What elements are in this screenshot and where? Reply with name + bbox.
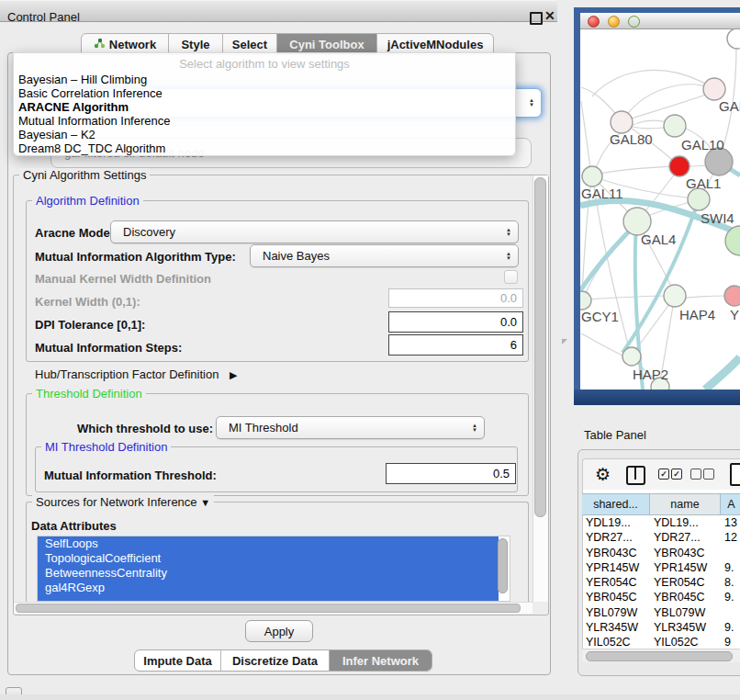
gear-icon[interactable]: ⚙	[595, 464, 611, 485]
unchecked-pair-icon-1[interactable]	[690, 469, 701, 480]
network-node[interactable]	[622, 347, 641, 366]
checked-pair-icon-2[interactable]: ✓	[671, 469, 682, 480]
dropdown-item[interactable]: Dream8 DC_TDC Algorithm	[14, 141, 515, 155]
attribute-list-item-partial[interactable]	[38, 595, 499, 602]
which-threshold-label: Which threshold to use:	[77, 422, 213, 435]
dpi-tolerance-label: DPI Tolerance [0,1]:	[35, 318, 145, 332]
data-attributes-label: Data Attributes	[31, 519, 117, 533]
network-node[interactable]	[664, 285, 686, 307]
network-node[interactable]	[669, 156, 690, 176]
mi-steps-value: 6	[510, 338, 517, 352]
dropdown-item[interactable]: ARACNE Algorithm	[14, 100, 515, 114]
unchecked-pair-icon-2[interactable]	[703, 469, 714, 480]
data-attributes-list[interactable]: SelfLoopsTopologicalCoefficientBetweenne…	[37, 536, 510, 602]
minimize-traffic-icon[interactable]	[608, 16, 620, 28]
pane-resize-handle[interactable]	[562, 339, 567, 344]
attribute-list-item[interactable]: SelfLoops	[38, 536, 499, 551]
table-cell: YBL079W	[586, 606, 637, 619]
table-panel-title: Table Panel	[584, 428, 646, 442]
mi-type-label: Mutual Information Algorithm Type:	[35, 250, 236, 264]
network-node[interactable]	[703, 78, 725, 100]
table-hscrollbar-thumb[interactable]	[586, 651, 733, 661]
attribute-list-item[interactable]: TopologicalCoefficient	[38, 551, 499, 566]
table-cell: YER054C	[654, 576, 705, 589]
tab-label: Network	[109, 38, 156, 51]
dropdown-item[interactable]: Mutual Information Inference	[14, 114, 515, 128]
tab-label: Select	[232, 38, 267, 51]
table-row[interactable]: YLR345WYLR345W9.	[583, 620, 739, 635]
table-row[interactable]: YBR045CYBR045C9.	[583, 590, 739, 604]
mi-type-combobox[interactable]: Naive Bayes ▲▼	[250, 244, 519, 267]
network-node[interactable]	[582, 166, 602, 186]
network-node[interactable]	[611, 111, 633, 133]
network-node[interactable]	[688, 188, 710, 210]
attribute-list-item[interactable]: BetweennessCentrality	[38, 566, 499, 581]
mi-steps-input[interactable]: 6	[388, 334, 523, 356]
mi-threshold-value: 0.5	[493, 467, 510, 480]
checked-pair-icon-1[interactable]: ✓	[658, 469, 669, 480]
kernel-width-input[interactable]: 0.0	[388, 288, 523, 308]
tab-impute-data[interactable]: Impute Data	[135, 650, 220, 671]
float-icon[interactable]	[530, 12, 543, 25]
table-row[interactable]: YDL19...YDL19...13	[583, 515, 739, 530]
dpi-tolerance-input[interactable]: 0.0	[388, 311, 523, 333]
sources-group-title[interactable]: Sources for Network Inference ▼	[32, 495, 214, 509]
dropdown-item[interactable]: Bayesian – K2	[14, 128, 515, 141]
table-cell: YLR345W	[654, 621, 706, 634]
threshold-definition-title: Threshold Definition	[32, 387, 146, 401]
table-row[interactable]: YER054CYER054C8.	[583, 575, 739, 590]
column-header[interactable]: name	[650, 493, 721, 515]
tab-select[interactable]: Select	[222, 34, 276, 54]
hub-definition-expander[interactable]: Hub/Transcription Factor Definition ▶	[35, 367, 237, 381]
close-icon[interactable]: ✕	[544, 8, 555, 23]
table-row[interactable]: YPR145WYPR145W9.	[583, 560, 739, 575]
tab-label: jActiveMNodules	[387, 38, 484, 51]
network-node-label: GAL4	[641, 231, 676, 247]
manual-kernel-checkbox[interactable]	[504, 270, 518, 284]
network-node[interactable]	[664, 115, 686, 137]
network-canvas[interactable]: GALGAL80GAL10GAL1GAL11SWI4GAL4GCY1HAP4YH…	[580, 29, 740, 390]
tab-network[interactable]: Network	[82, 34, 168, 54]
expand-right-icon: ▶	[230, 369, 237, 380]
table-row[interactable]: YBL079WYBL079W	[583, 605, 739, 620]
tab-cyni-toolbox[interactable]: Cyni Toolbox	[276, 34, 376, 54]
mi-steps-label: Mutual Information Steps:	[35, 341, 182, 355]
network-node-label: Y	[730, 307, 739, 322]
aracne-mode-combobox[interactable]: Discovery ▲▼	[110, 220, 519, 243]
network-edge	[580, 223, 637, 290]
columns-icon[interactable]	[626, 466, 645, 485]
column-header[interactable]: shared...	[582, 493, 650, 515]
algorithm-definition-title: Algorithm Definition	[32, 194, 143, 208]
table-row[interactable]: YDR27...YDR27...12	[583, 530, 739, 545]
dropdown-item[interactable]: Basic Correlation Inference	[14, 86, 515, 100]
table-row[interactable]: YIL052CYIL052C9	[583, 635, 739, 647]
control-panel-titlebar	[0, 0, 557, 22]
close-traffic-icon[interactable]	[588, 16, 600, 28]
table-row[interactable]: YBR043CYBR043C	[583, 546, 739, 560]
tab-jactivemnodules[interactable]: jActiveMNodules	[376, 34, 493, 54]
attribute-list-item[interactable]: gal4RGexp	[38, 581, 499, 595]
which-threshold-combobox[interactable]: MI Threshold ▲▼	[216, 416, 485, 439]
network-edge	[622, 85, 712, 122]
network-edge	[581, 101, 591, 175]
tab-discretize-data[interactable]: Discretize Data	[220, 650, 329, 671]
list-scrollbar-thumb[interactable]	[498, 538, 508, 593]
screen: Control Panel ✕ NetworkStyleSelectCyni T…	[0, 0, 740, 700]
network-node-label: GAL	[719, 98, 740, 114]
document-icon[interactable]	[730, 463, 740, 486]
settings-hscrollbar-thumb[interactable]	[16, 604, 521, 613]
network-node[interactable]	[727, 29, 740, 49]
mi-threshold-input[interactable]: 0.5	[386, 463, 516, 484]
apply-button[interactable]: Apply	[245, 620, 313, 642]
tab-style[interactable]: Style	[168, 34, 222, 54]
dropdown-item[interactable]: Bayesian – Hill Climbing	[14, 73, 515, 86]
network-node[interactable]	[724, 286, 740, 306]
tab-infer-network[interactable]: Infer Network	[329, 650, 432, 671]
zoom-traffic-icon[interactable]	[628, 16, 640, 28]
table-cell: YDR27...	[654, 531, 701, 544]
settings-vscrollbar-thumb[interactable]	[534, 177, 546, 517]
table-cell: YDR27...	[586, 531, 633, 544]
network-window-titlebar[interactable]	[580, 13, 740, 29]
network-node[interactable]	[580, 291, 591, 310]
column-header[interactable]: A	[721, 493, 740, 515]
